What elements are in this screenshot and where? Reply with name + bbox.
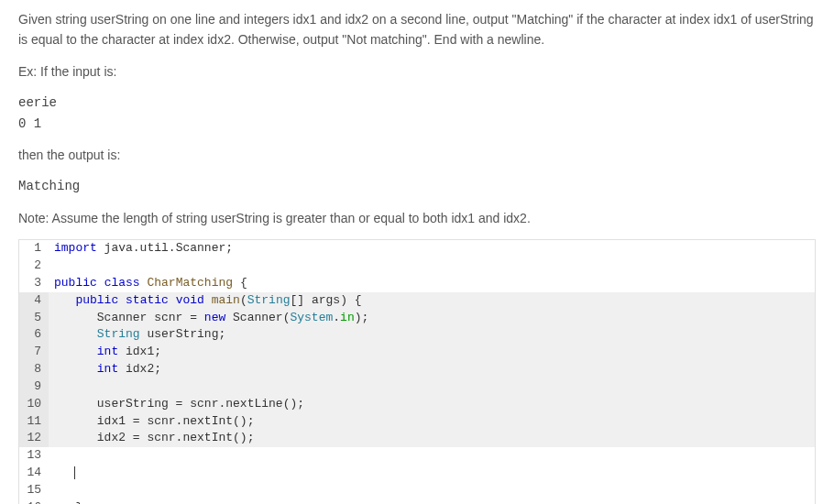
- code-text[interactable]: Scanner scnr = new Scanner(System.in);: [49, 310, 815, 327]
- line-number: 9: [19, 378, 49, 396]
- code-line[interactable]: 1import java.util.Scanner;: [19, 240, 815, 257]
- code-token: class: [104, 276, 140, 290]
- code-token: {: [233, 276, 247, 290]
- code-text[interactable]: idx1 = scnr.nextInt();: [49, 413, 815, 431]
- code-token: int: [97, 362, 118, 376]
- code-line[interactable]: 15: [19, 482, 815, 499]
- code-line[interactable]: 10 userString = scnr.nextLine();: [19, 396, 815, 413]
- code-line[interactable]: 3public class CharMatching {: [19, 275, 815, 292]
- code-token: main: [212, 293, 240, 307]
- line-number: 16: [19, 499, 49, 504]
- line-number: 6: [19, 326, 49, 344]
- line-number: 12: [19, 430, 49, 447]
- line-number: 8: [19, 361, 49, 378]
- code-token: [54, 327, 97, 341]
- line-number: 15: [19, 482, 49, 499]
- code-token: [54, 362, 97, 376]
- code-text[interactable]: [49, 447, 815, 465]
- example-input: eerie 0 1: [18, 93, 816, 134]
- code-line[interactable]: 4 public static void main(String[] args)…: [19, 292, 815, 310]
- line-number: 1: [19, 240, 49, 257]
- code-token: idx2 = scnr.nextInt();: [54, 431, 254, 444]
- code-token: [97, 276, 104, 290]
- problem-description: Given string userString on one line and …: [18, 9, 816, 228]
- code-token: import: [54, 241, 97, 255]
- code-text[interactable]: int idx2;: [49, 361, 815, 378]
- example-output: Matching: [18, 176, 816, 196]
- code-token: [54, 293, 75, 307]
- description-paragraph-2: Ex: If the input is:: [18, 61, 816, 82]
- code-token: String: [247, 293, 291, 307]
- code-line[interactable]: 9: [19, 378, 815, 396]
- code-token: java.util.Scanner;: [97, 241, 233, 255]
- line-number: 13: [19, 447, 49, 465]
- code-token: in: [340, 311, 355, 324]
- code-token: (: [240, 293, 247, 307]
- code-token: );: [355, 311, 369, 324]
- line-number: 11: [19, 413, 49, 431]
- code-line[interactable]: 14: [19, 465, 815, 482]
- code-line[interactable]: 8 int idx2;: [19, 361, 815, 378]
- code-token: System: [290, 311, 333, 324]
- code-token: static: [126, 293, 169, 307]
- code-text[interactable]: int idx1;: [49, 344, 815, 361]
- code-text[interactable]: public static void main(String[] args) {: [49, 292, 815, 310]
- code-text[interactable]: import java.util.Scanner;: [49, 240, 815, 257]
- code-token: public: [75, 293, 118, 307]
- code-line[interactable]: 6 String userString;: [19, 326, 815, 344]
- code-editor[interactable]: 1import java.util.Scanner;2 3public clas…: [18, 239, 816, 504]
- code-token: idx1 = scnr.nextInt();: [54, 414, 254, 428]
- code-token: [204, 293, 212, 307]
- code-token: Scanner scnr =: [54, 311, 204, 324]
- code-line[interactable]: 11 idx1 = scnr.nextInt();: [19, 413, 815, 431]
- code-token: idx2;: [118, 362, 161, 376]
- line-number: 5: [19, 310, 49, 327]
- code-text[interactable]: [49, 465, 815, 482]
- code-token: new: [204, 311, 225, 324]
- line-number: 7: [19, 344, 49, 361]
- code-token: public: [54, 276, 97, 290]
- code-text[interactable]: [49, 378, 815, 396]
- code-token: [118, 293, 126, 307]
- code-token: String: [97, 327, 140, 341]
- line-number: 14: [19, 465, 49, 482]
- code-text[interactable]: }: [49, 499, 815, 504]
- code-token: idx1;: [118, 345, 161, 358]
- code-line[interactable]: 13: [19, 447, 815, 465]
- code-text[interactable]: userString = scnr.nextLine();: [49, 396, 815, 413]
- code-token: Scanner(: [225, 311, 290, 324]
- code-token: CharMatching: [147, 276, 233, 290]
- code-line[interactable]: 5 Scanner scnr = new Scanner(System.in);: [19, 310, 815, 327]
- line-number: 2: [19, 257, 49, 275]
- code-token: }: [54, 500, 82, 504]
- code-text[interactable]: [49, 482, 815, 499]
- description-paragraph-3: then the output is:: [18, 145, 816, 165]
- line-number: 10: [19, 396, 49, 413]
- code-token: [54, 345, 97, 358]
- code-token: [] args) {: [291, 293, 362, 307]
- code-line[interactable]: 2: [19, 257, 815, 275]
- code-token: userString = scnr.nextLine();: [54, 397, 304, 411]
- code-line[interactable]: 12 idx2 = scnr.nextInt();: [19, 430, 815, 447]
- code-token: [169, 293, 176, 307]
- text-cursor: [74, 466, 75, 479]
- code-token: void: [176, 293, 204, 307]
- code-text[interactable]: [49, 257, 815, 275]
- code-text[interactable]: public class CharMatching {: [49, 275, 815, 292]
- code-token: int: [97, 345, 118, 358]
- description-paragraph-1: Given string userString on one line and …: [18, 9, 816, 50]
- description-note: Note: Assume the length of string userSt…: [18, 208, 816, 228]
- code-line[interactable]: 16 }: [19, 499, 815, 504]
- code-text[interactable]: String userString;: [49, 326, 815, 344]
- code-line[interactable]: 7 int idx1;: [19, 344, 815, 361]
- code-token: .: [333, 311, 340, 324]
- code-text[interactable]: idx2 = scnr.nextInt();: [49, 430, 815, 447]
- line-number: 4: [19, 292, 49, 310]
- code-token: userString;: [140, 327, 226, 341]
- line-number: 3: [19, 275, 49, 292]
